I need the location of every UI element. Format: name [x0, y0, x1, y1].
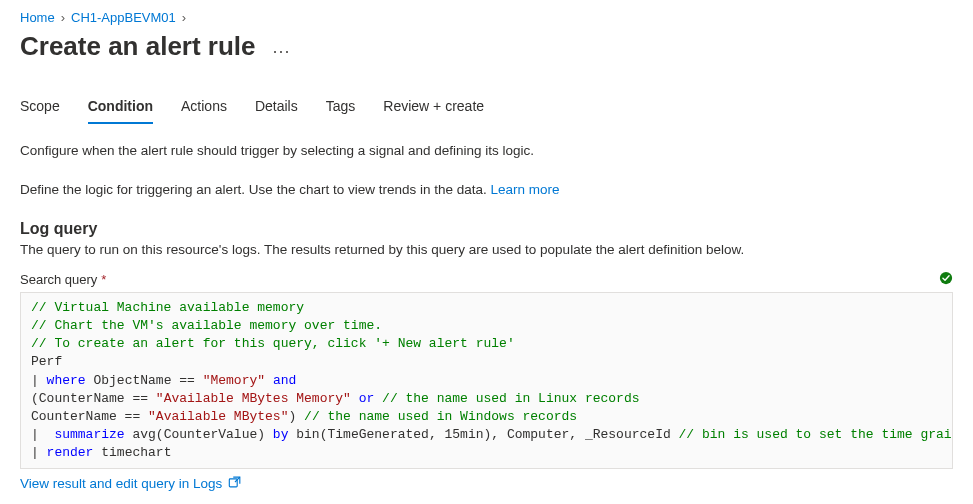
view-in-logs-link[interactable]: View result and edit query in Logs: [20, 475, 242, 492]
breadcrumb-resource[interactable]: CH1-AppBEVM01: [71, 10, 176, 25]
footer-link-row: View result and edit query in Logs: [20, 475, 953, 492]
query-keyword: by: [273, 427, 289, 442]
tab-condition[interactable]: Condition: [88, 90, 153, 124]
query-comment: // the name used in Windows records: [296, 409, 577, 424]
tab-actions[interactable]: Actions: [181, 90, 227, 124]
search-query-editor[interactable]: // Virtual Machine available memory // C…: [20, 292, 953, 470]
section-title-log-query: Log query: [20, 220, 953, 238]
breadcrumb: Home › CH1-AppBEVM01 ›: [20, 10, 953, 25]
query-keyword: summarize: [54, 427, 124, 442]
query-token: |: [31, 373, 47, 388]
chevron-right-icon: ›: [182, 10, 186, 25]
query-token: Perf: [31, 354, 62, 369]
view-in-logs-label: View result and edit query in Logs: [20, 476, 222, 491]
tab-details[interactable]: Details: [255, 90, 298, 124]
required-asterisk: *: [101, 272, 106, 287]
query-token: avg(CounterValue): [125, 427, 273, 442]
page-title: Create an alert rule: [20, 31, 256, 62]
query-string: "Memory": [203, 373, 265, 388]
query-comment: // the name used in Linux records: [374, 391, 639, 406]
query-comment: // Virtual Machine available memory: [31, 300, 304, 315]
field-label-row: Search query*: [20, 271, 953, 288]
learn-more-link[interactable]: Learn more: [491, 182, 560, 197]
query-string: "Available MBytes": [148, 409, 288, 424]
query-token: ObjectName ==: [86, 373, 203, 388]
query-keyword: where: [47, 373, 86, 388]
query-token: (CounterName ==: [31, 391, 156, 406]
description-configure: Configure when the alert rule should tri…: [20, 142, 953, 161]
query-token: bin(TimeGenerated, 15min), Computer, _Re…: [288, 427, 678, 442]
section-subtitle: The query to run on this resource's logs…: [20, 242, 953, 257]
query-token: |: [31, 445, 47, 460]
query-keyword: and: [265, 373, 296, 388]
query-comment: // To create an alert for this query, cl…: [31, 336, 515, 351]
svg-rect-1: [230, 479, 238, 487]
query-keyword: or: [351, 391, 374, 406]
svg-point-0: [940, 272, 952, 284]
title-row: Create an alert rule ⋯: [20, 31, 953, 62]
description-define-text: Define the logic for triggering an alert…: [20, 182, 491, 197]
search-query-label: Search query: [20, 272, 97, 287]
external-link-icon: [228, 475, 242, 492]
tab-scope[interactable]: Scope: [20, 90, 60, 124]
tab-review[interactable]: Review + create: [383, 90, 484, 124]
query-comment: // bin is used to set the time grain to …: [679, 427, 953, 442]
tab-tags[interactable]: Tags: [326, 90, 356, 124]
query-token: timechart: [93, 445, 171, 460]
query-token: CounterName ==: [31, 409, 148, 424]
query-string: "Available MBytes Memory": [156, 391, 351, 406]
query-comment: // Chart the VM's available memory over …: [31, 318, 382, 333]
chevron-right-icon: ›: [61, 10, 65, 25]
description-define: Define the logic for triggering an alert…: [20, 181, 953, 200]
more-icon[interactable]: ⋯: [272, 40, 291, 62]
tabs: Scope Condition Actions Details Tags Rev…: [20, 90, 953, 124]
query-token: |: [31, 427, 54, 442]
validation-check-icon: [939, 271, 953, 288]
query-keyword: render: [47, 445, 94, 460]
breadcrumb-home[interactable]: Home: [20, 10, 55, 25]
